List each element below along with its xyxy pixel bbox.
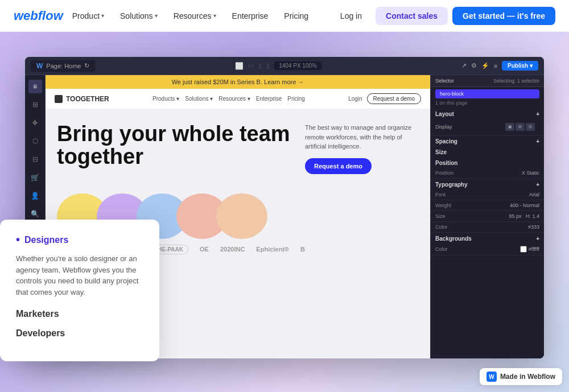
canvas-banner: We just raised $20M in Series B. Learn m… [46,75,430,89]
panel-size-title: Size [431,146,544,157]
circle-peach [216,193,267,239]
webflow-logo[interactable]: webflow [14,9,63,23]
get-started-button[interactable]: Get started — it's free [452,7,555,25]
logo-2020inc: 2020INC [220,246,245,253]
panel-position-title: Position [431,157,544,168]
panel-color-row: Color #333 [431,222,544,233]
panel-selector-header: Selector Selecting: 1 selector [431,75,544,87]
login-button[interactable]: Log in [331,8,371,24]
hero-area: W Page: Home ↻ ⬜ ▭ ▯ ▯ 1404 PX 100% ↗ ⚙ … [0,32,569,392]
panel-selector-row: hero-block 1 on this page [431,87,544,108]
grid-icon[interactable]: ⊟ [526,123,535,131]
chevron-down-icon: ▾ [101,13,104,19]
settings-icon[interactable]: ⚙ [471,62,477,69]
dropdown-description: Whether you're a solo designer or an age… [16,253,143,298]
panel-position-row: Position X Static [431,168,544,179]
lightning-icon[interactable]: ⚡ [481,62,489,69]
share-icon[interactable]: ↗ [461,62,467,69]
panel-backgrounds-title: Backgrounds + [431,233,544,244]
panel-typography-title: Typography + [431,179,544,189]
users-icon[interactable]: 👤 [28,189,42,203]
site-logo-icon [55,95,63,103]
nav-enterprise[interactable]: Enterprise [225,8,275,24]
dropdown-marketers[interactable]: Marketers [16,309,143,319]
dropdown-active-item: • Designers [16,233,143,246]
panel-weight-row: Weight 400 - Normal [431,200,544,211]
publish-button[interactable]: Publish ▾ [502,61,538,71]
logo-b: B [300,246,305,253]
canvas-hero-desc: The best way to manage and organize remo… [305,123,419,151]
menu-icon[interactable]: ≡ [494,63,497,69]
nav-solutions[interactable]: Solutions ▾ [113,8,164,24]
canvas-hero-title: Bring your whole team together [57,123,296,168]
seo-icon[interactable]: 🔍 [28,207,42,221]
tablet-icon[interactable]: ▭ [248,62,254,69]
nav-product[interactable]: Product ▾ [65,8,111,24]
mobile-landscape-icon[interactable]: ▯ [258,62,262,69]
mobile-icon[interactable]: ▯ [266,62,270,69]
panel-size-row: Size 85 px H: 1.4 [431,211,544,222]
dropdown-popup: • Designers Whether you're a solo design… [0,220,159,361]
ecom-icon[interactable]: 🛒 [28,171,42,184]
nav-left: webflow Product ▾ Solutions ▾ Resources … [14,8,315,24]
nav-right: Log in Contact sales Get started — it's … [331,7,555,25]
chevron-down-icon: ▾ [213,13,216,19]
block-icon[interactable]: ▣ [505,123,514,131]
bg-color-swatch[interactable] [520,246,527,253]
canvas-hero: Bring your whole team together The best … [46,109,430,189]
on-page-count: 1 on this page [435,100,539,106]
canvas-hero-left: Bring your whole team together [57,123,296,175]
flex-icon[interactable]: ⊞ [516,123,525,131]
panel-layout-title: Layout + [431,108,544,119]
desktop-icon[interactable]: ⬜ [235,62,244,70]
canvas-nav: TOOGETHER Products ▾ Solutions ▾ Resourc… [46,89,430,109]
panel-display-row: Display ▣ ⊞ ⊟ [431,119,544,135]
refresh-icon: ↻ [84,62,89,69]
contact-sales-button[interactable]: Contact sales [376,7,448,25]
layers-icon[interactable]: ≡ [28,80,42,93]
active-dot: • [16,233,20,246]
editor-topbar-right: ↗ ⚙ ⚡ ≡ Publish ▾ [461,61,538,71]
made-in-webflow-badge[interactable]: W Made in Webflow [480,368,562,385]
editor-tab[interactable]: W Page: Home ↻ [31,60,95,72]
display-options: ▣ ⊞ ⊟ [501,121,539,133]
nav-resources[interactable]: Resources ▾ [167,8,223,24]
selector-bar[interactable]: hero-block [435,89,539,98]
panel-spacing-title: Spacing + [431,135,544,146]
webflow-w-icon: W [36,62,43,70]
editor-topbar: W Page: Home ↻ ⬜ ▭ ▯ ▯ 1404 PX 100% ↗ ⚙ … [25,57,544,75]
canvas-cta-btn[interactable]: Request a demo [305,158,372,174]
logo-ephicient: Ephicient® [256,246,289,253]
components-icon[interactable]: ❖ [28,116,42,130]
pages-icon[interactable]: ⊞ [28,98,42,112]
canvas-logo: TOOGETHER [55,95,109,103]
webflow-icon: W [486,372,497,382]
logo-oe: OE [200,246,209,253]
editor-topbar-center: ⬜ ▭ ▯ ▯ 1404 PX 100% [102,61,454,70]
dropdown-developers[interactable]: Developers [16,328,143,339]
canvas-nav-links: Products ▾ Solutions ▾ Resources ▾ Enter… [152,96,305,102]
chevron-down-icon: ▾ [155,13,158,19]
size-badge: 1404 PX 100% [274,61,321,70]
panel-bg-color-row: Color #ffffff [431,244,544,255]
canvas-demo-btn[interactable]: Request a demo [367,93,421,104]
canvas-hero-right: The best way to manage and organize remo… [305,123,419,175]
editor-right-panel: Selector Selecting: 1 selector hero-bloc… [430,75,544,358]
assets-icon[interactable]: ⬡ [28,134,42,148]
panel-font-row: Font Arial [431,189,544,200]
cms-icon[interactable]: ⊟ [28,152,42,166]
nav-pricing[interactable]: Pricing [277,8,315,24]
main-nav: webflow Product ▾ Solutions ▾ Resources … [0,0,569,32]
canvas-nav-right: Login Request a demo [348,93,421,104]
